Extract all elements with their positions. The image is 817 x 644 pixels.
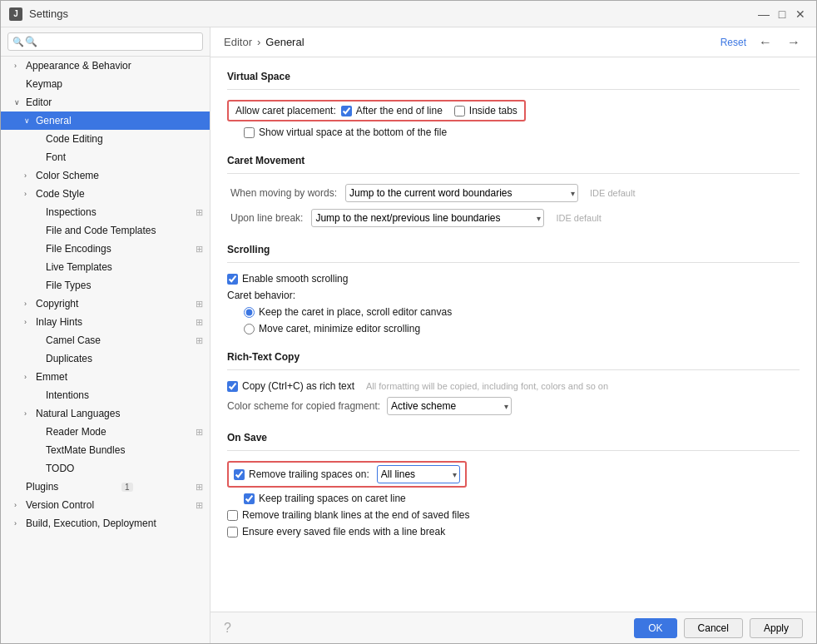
after-end-of-line-checkbox[interactable]: [341, 106, 352, 116]
sidebar-item-copyright[interactable]: › Copyright ⊞: [1, 295, 210, 313]
settings-window: J Settings — □ ✕ 🔍 › Appearance & Behavi…: [0, 0, 817, 644]
sidebar-item-natural-languages[interactable]: › Natural Languages: [1, 404, 210, 423]
forward-button[interactable]: →: [785, 35, 803, 50]
keep-trailing-checkbox[interactable]: [244, 493, 255, 504]
sidebar-item-reader-mode[interactable]: Reader Mode ⊞: [1, 423, 210, 441]
maximize-button[interactable]: □: [775, 7, 790, 22]
inside-tabs-checkbox[interactable]: [454, 106, 465, 116]
sidebar-item-label: Plugins: [26, 481, 58, 493]
remove-trailing-highlight: Remove trailing spaces on: All lines: [227, 461, 467, 488]
color-scheme-select-wrapper: Active scheme: [387, 397, 512, 415]
keep-trailing-label[interactable]: Keep trailing spaces on caret line: [244, 493, 406, 504]
remove-blank-checkbox[interactable]: [227, 510, 238, 521]
section-divider: [227, 173, 800, 174]
copy-rich-text-checkbox[interactable]: [227, 381, 238, 392]
ensure-newline-row: Ensure every saved file ends with a line…: [227, 526, 800, 537]
settings-icon: ⊞: [196, 244, 203, 255]
section-divider: [227, 369, 800, 370]
sidebar-item-label: Camel Case: [46, 334, 101, 346]
show-virtual-space-row: Show virtual space at the bottom of the …: [227, 126, 800, 138]
sidebar-item-inlay-hints[interactable]: › Inlay Hints ⊞: [1, 313, 210, 331]
enable-smooth-checkbox[interactable]: [227, 274, 238, 285]
enable-smooth-label[interactable]: Enable smooth scrolling: [227, 273, 348, 285]
sidebar-item-textmate-bundles[interactable]: TextMate Bundles: [1, 441, 210, 459]
sidebar-item-todo[interactable]: TODO: [1, 459, 210, 478]
move-caret-radio[interactable]: [244, 324, 255, 334]
ensure-newline-checkbox[interactable]: [227, 527, 238, 537]
sidebar-item-keymap[interactable]: Keymap: [1, 75, 210, 93]
no-arrow: [34, 464, 42, 473]
sidebar-item-plugins[interactable]: Plugins 1 ⊞: [1, 478, 210, 496]
on-save-section: On Save Remove trailing spaces on: All l: [227, 429, 800, 537]
breadcrumb-bar: Editor › General Reset ← →: [210, 27, 816, 57]
when-moving-ide-default: IDE default: [590, 188, 635, 198]
when-moving-label: When moving by words:: [230, 187, 337, 199]
breadcrumb-separator: ›: [257, 36, 260, 48]
show-virtual-space-checkbox[interactable]: [244, 127, 255, 138]
apply-button[interactable]: Apply: [750, 618, 803, 638]
window-title: Settings: [29, 7, 68, 20]
no-arrow: [34, 428, 42, 436]
ensure-newline-label[interactable]: Ensure every saved file ends with a line…: [227, 526, 445, 537]
remove-blank-label[interactable]: Remove trailing blank lines at the end o…: [227, 509, 470, 521]
upon-line-break-select[interactable]: Jump to the next/previous line boundarie…: [311, 209, 544, 227]
chevron-right-icon: ›: [24, 409, 32, 418]
color-scheme-select[interactable]: Active scheme: [387, 397, 512, 415]
sidebar-item-editor[interactable]: ∨ Editor: [1, 93, 210, 111]
sidebar-item-emmet[interactable]: › Emmet: [1, 368, 210, 386]
inside-tabs-checkbox-label[interactable]: Inside tabs: [454, 105, 517, 116]
sidebar-item-font[interactable]: Font: [1, 148, 210, 166]
remove-blank-row: Remove trailing blank lines at the end o…: [227, 509, 800, 521]
color-scheme-row: Color scheme for copied fragment: Active…: [227, 397, 800, 415]
chevron-right-icon: ›: [24, 318, 32, 326]
sidebar-item-file-code-templates[interactable]: File and Code Templates: [1, 221, 210, 240]
cancel-button[interactable]: Cancel: [684, 618, 743, 638]
no-arrow: [34, 135, 42, 143]
move-caret-radio-label[interactable]: Move caret, minimize editor scrolling: [244, 323, 420, 334]
scrolling-section: Scrolling Enable smooth scrolling Caret …: [227, 240, 800, 334]
sidebar-item-file-encodings[interactable]: File Encodings ⊞: [1, 240, 210, 258]
after-end-checkbox-label[interactable]: After the end of line: [341, 105, 443, 116]
back-button[interactable]: ←: [756, 35, 775, 50]
keep-caret-radio[interactable]: [244, 307, 255, 318]
when-moving-select[interactable]: Jump to the current word boundaries: [345, 184, 578, 202]
no-arrow: [34, 281, 42, 290]
sidebar-item-color-scheme[interactable]: › Color Scheme: [1, 166, 210, 185]
sidebar-item-label: Build, Execution, Deployment: [26, 518, 156, 529]
sidebar-item-code-editing[interactable]: Code Editing: [1, 130, 210, 148]
sidebar-item-intentions[interactable]: Intentions: [1, 386, 210, 404]
help-icon[interactable]: ?: [224, 621, 231, 636]
sidebar-item-label: File Types: [46, 280, 91, 291]
search-input[interactable]: [7, 32, 203, 51]
remove-trailing-checkbox-label[interactable]: Remove trailing spaces on:: [234, 468, 369, 480]
keep-caret-radio-label[interactable]: Keep the caret in place, scroll editor c…: [244, 306, 452, 318]
sidebar-item-label: File Encodings: [46, 243, 111, 255]
remove-trailing-select[interactable]: All lines: [377, 465, 460, 483]
sidebar-item-label: Code Style: [36, 188, 85, 200]
dialog-body: 🔍 › Appearance & Behavior Keymap ∨ Edito…: [1, 27, 816, 643]
sidebar-item-code-style[interactable]: › Code Style: [1, 185, 210, 203]
copy-rich-text-label[interactable]: Copy (Ctrl+C) as rich text: [227, 380, 354, 392]
sidebar-item-file-types[interactable]: File Types: [1, 276, 210, 295]
footer: ? OK Cancel Apply: [210, 612, 816, 643]
sidebar: 🔍 › Appearance & Behavior Keymap ∨ Edito…: [1, 27, 210, 643]
sidebar-item-build-execution[interactable]: › Build, Execution, Deployment: [1, 514, 210, 533]
plugins-badge: 1: [121, 483, 133, 492]
show-virtual-space-label[interactable]: Show virtual space at the bottom of the …: [244, 126, 447, 138]
ok-button[interactable]: OK: [634, 618, 676, 638]
sidebar-item-appearance[interactable]: › Appearance & Behavior: [1, 57, 210, 75]
sidebar-item-general[interactable]: ∨ General: [1, 111, 210, 130]
sidebar-item-version-control[interactable]: › Version Control ⊞: [1, 496, 210, 514]
sidebar-item-live-templates[interactable]: Live Templates: [1, 258, 210, 276]
close-button[interactable]: ✕: [793, 7, 808, 22]
sidebar-item-label: Color Scheme: [36, 170, 99, 181]
sidebar-item-label: Font: [46, 151, 66, 163]
minimize-button[interactable]: —: [756, 7, 771, 22]
sidebar-item-duplicates[interactable]: Duplicates: [1, 349, 210, 368]
sidebar-item-camel-case[interactable]: Camel Case ⊞: [1, 331, 210, 349]
sidebar-item-inspections[interactable]: Inspections ⊞: [1, 203, 210, 221]
reset-button[interactable]: Reset: [720, 37, 746, 48]
remove-trailing-checkbox[interactable]: [234, 469, 245, 480]
caret-movement-title: Caret Movement: [227, 151, 800, 166]
search-icon: 🔍: [12, 37, 24, 47]
